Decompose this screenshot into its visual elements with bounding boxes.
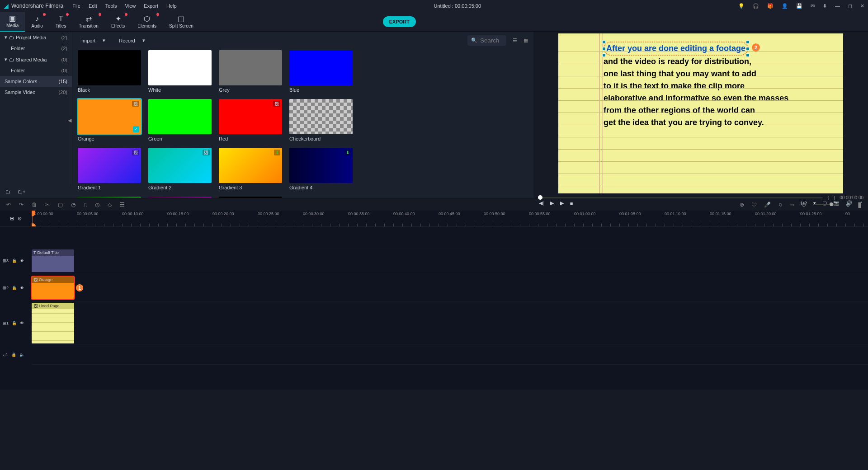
eye-icon[interactable]: 👁 [20, 258, 24, 263]
swatch-gradient-3[interactable]: ⬇Gradient 3 [219, 148, 282, 190]
clip-default-title[interactable]: TDefault Title [32, 249, 74, 272]
search-box[interactable]: 🔍 [467, 35, 506, 46]
sidebar-folder-2[interactable]: Folder(0) [0, 65, 72, 76]
swatch-white[interactable]: White [148, 50, 212, 93]
lock-icon[interactable]: 🔒 [12, 321, 17, 325]
resize-handle-icon[interactable] [746, 40, 750, 44]
resize-handle-icon[interactable] [602, 40, 606, 44]
swatch-checkerboard[interactable]: Checkerboard [289, 99, 353, 141]
shield-icon[interactable]: 🛡 [751, 202, 757, 208]
menu-tools[interactable]: Tools [105, 3, 117, 9]
rect-icon[interactable]: ▭ [789, 202, 794, 208]
preview-canvas[interactable]: After you are done editing a footage 2 a… [533, 32, 868, 195]
filter-icon[interactable]: ☰ [513, 38, 517, 43]
stop-icon[interactable]: ■ [570, 201, 573, 206]
freeze-icon[interactable]: ⎍ [84, 202, 87, 208]
tab-media[interactable]: ▣Media [0, 12, 25, 32]
track-lane-1[interactable]: 🖼Lined Page [32, 301, 868, 344]
scrub-track[interactable] [538, 197, 823, 198]
headphones-icon[interactable]: 🎧 [753, 3, 759, 9]
swatch-black[interactable]: Black [78, 50, 141, 93]
play-icon[interactable]: ▶ [550, 200, 554, 206]
zoom-out-icon[interactable]: ⊖ [802, 202, 806, 208]
zoom-thumb[interactable] [830, 202, 833, 206]
add-folder-icon[interactable]: 🗀+ [18, 189, 25, 194]
menu-edit[interactable]: Edit [89, 3, 97, 9]
search-input[interactable] [480, 37, 503, 44]
user-icon[interactable]: 👤 [782, 3, 788, 9]
track-lane-2[interactable]: 🖼Orange 1 [32, 274, 868, 301]
menu-help[interactable]: Help [166, 3, 177, 9]
snap-icon[interactable]: ⊞ [10, 216, 14, 221]
tab-elements[interactable]: ⬡Elements [131, 12, 163, 32]
resize-handle-icon[interactable] [746, 53, 750, 57]
lock-icon[interactable]: 🔒 [11, 352, 16, 357]
gift-icon[interactable]: 🎁 [767, 3, 774, 9]
next-frame-icon[interactable]: ▶ [560, 200, 564, 206]
settings-icon[interactable]: ☰ [120, 202, 125, 208]
menu-export[interactable]: Export [144, 3, 158, 9]
import-dropdown[interactable]: Import▾ [78, 36, 109, 45]
save-icon[interactable]: 💾 [796, 3, 802, 9]
export-button[interactable]: EXPORT [383, 16, 416, 27]
link-icon[interactable]: ⊘ [18, 216, 22, 221]
open-folder-icon[interactable]: 🗀 [5, 189, 10, 194]
scrub-thumb[interactable] [538, 195, 542, 200]
swatch-gradient-1[interactable]: 🖼Gradient 1 [78, 148, 141, 190]
record-dropdown[interactable]: Record▾ [115, 36, 148, 45]
zoom-fit-icon[interactable]: ▮ [858, 200, 862, 209]
cut-icon[interactable]: ✂ [45, 202, 50, 208]
track-lanes[interactable]: TDefault Title 🖼Orange 1 🖼Lined Page [32, 227, 868, 390]
bulb-icon[interactable]: 💡 [738, 3, 745, 9]
sidebar-folder-1[interactable]: Folder(2) [0, 43, 72, 54]
render-icon[interactable]: ⊚ [740, 202, 744, 208]
tab-effects[interactable]: ✦Effects [105, 12, 131, 32]
resize-handle-icon[interactable] [602, 47, 606, 51]
mail-icon[interactable]: ✉ [811, 3, 815, 9]
track-lane-3[interactable]: TDefault Title [32, 247, 868, 274]
redo-icon[interactable]: ↷ [19, 202, 24, 208]
clip-orange[interactable]: 🖼Orange [32, 277, 74, 299]
marker-right-icon[interactable]: } [834, 195, 835, 200]
close-icon[interactable]: ✕ [860, 3, 864, 9]
resize-handle-icon[interactable] [746, 47, 750, 51]
swatch-gradient-2[interactable]: 🖼Gradient 2 [148, 148, 212, 190]
swatch-green[interactable]: Green [148, 99, 212, 141]
playhead[interactable]: ◇ [33, 211, 33, 226]
keyframe-icon[interactable]: ◇ [108, 202, 112, 208]
undo-icon[interactable]: ↶ [6, 202, 11, 208]
sidebar-sample-colors[interactable]: Sample Colors(15) [0, 76, 72, 87]
tab-split-screen[interactable]: ◫Split Screen [163, 12, 200, 32]
sidebar-project-media[interactable]: ▾🗀Project Media(2) [0, 32, 72, 43]
menu-file[interactable]: File [72, 3, 80, 9]
preview-scrubber[interactable]: { } 00:00:00:00 [533, 195, 868, 200]
track-lane-a1[interactable] [32, 344, 868, 365]
sidebar-sample-video[interactable]: Sample Video(20) [0, 87, 72, 98]
minimize-icon[interactable]: — [835, 3, 840, 9]
zoom-slider[interactable] [813, 204, 839, 205]
swatch-red[interactable]: 🖼Red [219, 99, 282, 141]
marker-icon[interactable]: ◔ [71, 202, 75, 208]
swatch-gradient-4[interactable]: ⬇Gradient 4 [289, 148, 353, 190]
swatch-gradient-7[interactable]: 🖼 [219, 197, 282, 198]
swatch-grey[interactable]: Grey [219, 50, 282, 93]
zoom-in-icon[interactable]: ⊕ [846, 202, 850, 208]
selected-text-box[interactable]: After you are done editing a footage 2 [604, 42, 748, 56]
sidebar-shared-media[interactable]: ▾🗀Shared Media(0) [0, 54, 72, 65]
resize-handle-icon[interactable] [602, 53, 606, 57]
crop-icon[interactable]: ▢ [58, 202, 63, 208]
track-lane-spacer[interactable] [32, 227, 868, 247]
eye-icon[interactable]: 👁 [20, 286, 24, 290]
collapse-sidebar-icon[interactable]: ◀ [68, 118, 71, 123]
download-icon[interactable]: ⬇ [823, 3, 827, 9]
grid-view-icon[interactable]: ▦ [524, 38, 528, 43]
swatch-orange[interactable]: 🖼✓Orange [78, 99, 141, 141]
prev-frame-icon[interactable]: ◀| [539, 200, 544, 206]
swatch-gradient-6[interactable]: ⬇ [148, 197, 212, 198]
tab-transition[interactable]: ⇄Transition [72, 12, 105, 32]
speed-icon[interactable]: ◷ [95, 202, 99, 208]
tab-audio[interactable]: ♪Audio [25, 12, 49, 32]
delete-icon[interactable]: 🗑 [32, 202, 37, 208]
music-icon[interactable]: ♫ [778, 202, 782, 208]
marker-left-icon[interactable]: { [827, 195, 829, 200]
